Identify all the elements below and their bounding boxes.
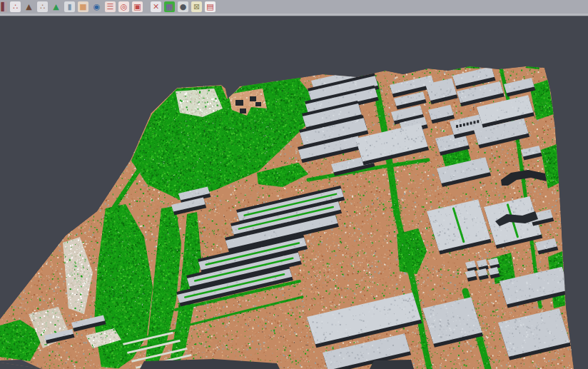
target-icon: ◎ <box>121 1 128 12</box>
crop-icon: ▣ <box>133 1 141 12</box>
pick-points-icon: ∴ <box>13 1 18 12</box>
viewport-3d[interactable] <box>0 16 588 369</box>
pick-points-icon-button[interactable]: ∴ <box>10 1 21 12</box>
mesh-terrain-icon-button[interactable]: ▲ <box>24 1 34 12</box>
terrain-icon: ▲ <box>53 1 59 12</box>
flag-icon: ▤ <box>206 1 213 12</box>
classification-icon: ▦ <box>166 1 173 12</box>
column-icon: ▮ <box>67 1 71 12</box>
target-icon-button[interactable]: ◎ <box>118 1 129 12</box>
flag-icon-button[interactable]: ▤ <box>205 1 216 12</box>
globe-icon: ◉ <box>93 1 101 12</box>
classification-icon-button[interactable]: ▦ <box>164 1 175 12</box>
mesh-terrain-icon: ▲ <box>26 1 31 12</box>
render-sphere-icon: ● <box>180 1 187 12</box>
crop-icon-button[interactable]: ▣ <box>132 1 143 12</box>
scalar-fields-icon-button[interactable]: ☰ <box>105 1 116 12</box>
delete-icon-button[interactable]: ✕ <box>151 1 161 12</box>
point-cloud-icon-button[interactable]: ∴ <box>37 1 48 12</box>
point-cloud-render[interactable] <box>0 16 588 369</box>
terrain-icon-button[interactable]: ▲ <box>51 1 61 12</box>
ortho-view-icon-button[interactable]: ■ <box>78 1 88 12</box>
column-icon-button[interactable]: ▮ <box>64 1 75 12</box>
ortho-view-icon: ■ <box>79 1 86 12</box>
bounding-box-icon: ⊠ <box>193 1 200 12</box>
scalar-fields-icon: ☰ <box>107 1 114 12</box>
point-cloud-icon: ∴ <box>40 1 45 12</box>
selection-icon-button[interactable]: ▌ <box>1 1 7 12</box>
render-sphere-icon-button[interactable]: ● <box>178 1 188 12</box>
toolbar: ▌∴▲∴▲▮■◉☰◎▣✕▦●⊠▤ <box>0 0 588 14</box>
bounding-box-icon-button[interactable]: ⊠ <box>191 1 202 12</box>
selection-icon: ▌ <box>1 1 7 12</box>
delete-icon: ✕ <box>153 1 159 12</box>
globe-icon-button[interactable]: ◉ <box>91 1 102 12</box>
